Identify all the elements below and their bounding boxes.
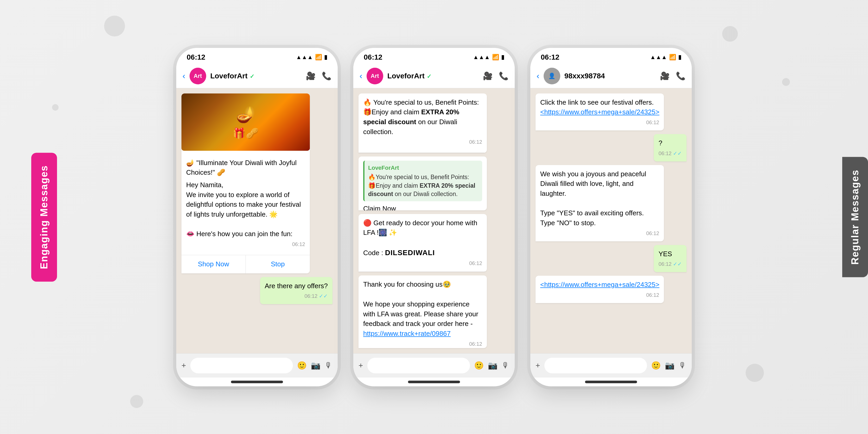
stop-button[interactable]: Stop (246, 255, 310, 273)
plus-icon-1[interactable]: + (182, 361, 186, 370)
festival-link[interactable]: <https://www.offers+mega+sale/24325> (540, 108, 659, 116)
camera-icon-1[interactable]: 📷 (311, 361, 320, 370)
buy-now-button[interactable]: 🔗🔗 Buy Now (359, 271, 487, 272)
msg-sent-1: Are there any offers? 06:12 ✓✓ (260, 277, 333, 304)
link-again[interactable]: <https://www.offers+mega+sale/24325> (540, 281, 659, 288)
mic-icon-1[interactable]: 🎙 (324, 361, 333, 370)
back-button-2[interactable]: ‹ (360, 71, 363, 81)
yes-text: YES (658, 250, 672, 258)
phones-container: 06:12 ▲▲▲ 📶 ▮ ‹ Art LoveforArt ✓ 🎥 📞 (176, 48, 692, 386)
msg-link-again: <https://www.offers+mega+sale/24325> 06:… (535, 276, 664, 303)
wifi-icon-3: 📶 (669, 54, 676, 61)
msg-benefit-points: 🔥 You're special to us, Benefit Points: … (359, 93, 487, 153)
phone-3: 06:12 ▲▲▲ 📶 ▮ ‹ 👤 98xxx98784 🎥 📞 Click t… (530, 48, 692, 386)
status-icons-2: ▲▲▲ 📶 ▮ (473, 54, 504, 61)
battery-icon-1: ▮ (324, 54, 327, 61)
time-1: 06:12 (187, 53, 206, 61)
signal-icon-2: ▲▲▲ (473, 54, 490, 61)
message-input-1[interactable] (190, 358, 293, 373)
tick-icon-1: ✓✓ (319, 293, 328, 299)
engaging-messages-label: Engaging Messages (31, 153, 57, 281)
wifi-icon-1: 📶 (315, 54, 322, 61)
msg-diwali-wishes: We wish you a joyous and peaceful Diwali… (535, 165, 664, 241)
diwali-image: 🪔 🎁🥜 (182, 93, 310, 151)
msg-time-bp: 06:12 (363, 138, 482, 146)
emoji-icon-1[interactable]: 🙂 (297, 361, 307, 370)
video-call-icon-3[interactable]: 🎥 (660, 71, 670, 81)
voice-call-icon-2[interactable]: 📞 (499, 71, 508, 81)
msg-festival-offers: Click the link to see our festival offer… (535, 93, 664, 130)
msg-question: ? 06:12 ✓✓ (654, 134, 686, 161)
input-bar-2: + 🙂 📷 🎙 (353, 353, 515, 377)
battery-icon-2: ▮ (501, 54, 504, 61)
msg-yes: YES 06:12 ✓✓ (654, 245, 686, 272)
message-input-2[interactable] (367, 358, 470, 373)
festival-text: Click the link to see our festival offer… (540, 98, 659, 117)
signal-icon-3: ▲▲▲ (650, 54, 667, 61)
thankyou-text: Thank you for choosing us🥹 We hope your … (363, 280, 482, 338)
wifi-icon-2: 📶 (492, 54, 499, 61)
promo-code: DILSEDIWALI (385, 249, 435, 257)
camera-icon-2[interactable]: 📷 (488, 361, 498, 370)
benefit-text: 🔥 You're special to us, Benefit Points: … (363, 98, 482, 137)
msg-time-ty: 06:12 (363, 340, 482, 348)
emoji-icon-2[interactable]: 🙂 (474, 361, 484, 370)
msg-time-link: 06:12 (540, 291, 659, 299)
signal-icon-1: ▲▲▲ (296, 54, 313, 61)
emoji-icon-3[interactable]: 🙂 (651, 361, 661, 370)
question-text: ? (658, 139, 662, 147)
msg-text-image-title: 🪔 "Illuminate Your Diwali with Joyful Ch… (186, 158, 305, 178)
msg-time-1: 06:12 (186, 241, 305, 248)
decor-text: 🔴 Get ready to decor your home with LFA … (363, 218, 482, 258)
msg-time-wishes: 06:12 (540, 229, 659, 237)
chat-header-3: ‹ 👤 98xxx98784 🎥 📞 (530, 64, 692, 88)
claim-now-label: Claim Now (363, 204, 482, 210)
track-link[interactable]: https://www.track+rate/09867 (363, 330, 451, 337)
mic-icon-3[interactable]: 🎙 (679, 361, 686, 370)
chat-body-1: 🪔 🎁🥜 🪔 "Illuminate Your Diwali with Joyf… (176, 88, 338, 353)
msg-time-festival: 06:12 (540, 119, 659, 126)
battery-icon-3: ▮ (678, 54, 681, 61)
msg-quoted: LoveForArt 🔥You're special to us, Benefi… (359, 156, 487, 210)
input-bar-3: + 🙂 📷 🎙 (530, 353, 692, 377)
link-again-text: <https://www.offers+mega+sale/24325> (540, 280, 659, 290)
back-button-1[interactable]: ‹ (183, 71, 185, 81)
camera-icon-3[interactable]: 📷 (665, 361, 675, 370)
voice-call-icon-1[interactable]: 📞 (322, 71, 332, 81)
avatar-3: 👤 (544, 68, 560, 84)
plus-icon-3[interactable]: + (535, 361, 540, 370)
message-input-3[interactable] (545, 358, 647, 373)
msg-time-yes: 06:12 ✓✓ (658, 260, 682, 268)
quoted-message: LoveForArt 🔥You're special to us, Benefi… (363, 161, 482, 201)
msg-sent-time-1: 06:12 ✓✓ (265, 292, 328, 300)
tick-yes: ✓✓ (673, 261, 682, 267)
status-icons-3: ▲▲▲ 📶 ▮ (650, 54, 681, 61)
chat-body-3: Click the link to see our festival offer… (530, 88, 692, 353)
avatar-2: Art (367, 68, 383, 84)
msg-decor: 🔴 Get ready to decor your home with LFA … (359, 214, 487, 272)
header-icons-1: 🎥 📞 (306, 71, 332, 81)
video-call-icon-1[interactable]: 🎥 (306, 71, 315, 81)
video-call-icon-2[interactable]: 🎥 (483, 71, 493, 81)
chat-header-2: ‹ Art LoveforArt ✓ 🎥 📞 (353, 64, 515, 88)
msg-time-decor: 06:12 (363, 259, 482, 267)
quoted-text: 🔥You're special to us, Benefit Points: 🎁… (368, 173, 478, 198)
home-bar-1 (231, 381, 283, 383)
shop-now-button[interactable]: Shop Now (182, 255, 246, 273)
home-bar-3 (585, 381, 637, 383)
tick-q: ✓✓ (673, 151, 682, 156)
plus-icon-2[interactable]: + (359, 361, 363, 370)
avatar-1: Art (189, 68, 206, 84)
quoted-sender: LoveForArt (368, 164, 478, 172)
phone-2: 06:12 ▲▲▲ 📶 ▮ ‹ Art LoveforArt ✓ 🎥 📞 (353, 48, 515, 386)
wishes-text: We wish you a joyous and peaceful Diwali… (540, 169, 659, 228)
voice-call-icon-3[interactable]: 📞 (676, 71, 685, 81)
back-button-3[interactable]: ‹ (536, 71, 539, 81)
msg-text-image-body: Hey Namita, We invite you to explore a w… (186, 180, 305, 239)
chat-name-1: LoveforArt ✓ (210, 72, 302, 80)
status-bar-1: 06:12 ▲▲▲ 📶 ▮ (176, 48, 338, 64)
mic-icon-2[interactable]: 🎙 (502, 361, 509, 370)
chat-body-2: 🔥 You're special to us, Benefit Points: … (353, 88, 515, 353)
header-icons-2: 🎥 📞 (483, 71, 508, 81)
home-bar-2 (408, 381, 460, 383)
